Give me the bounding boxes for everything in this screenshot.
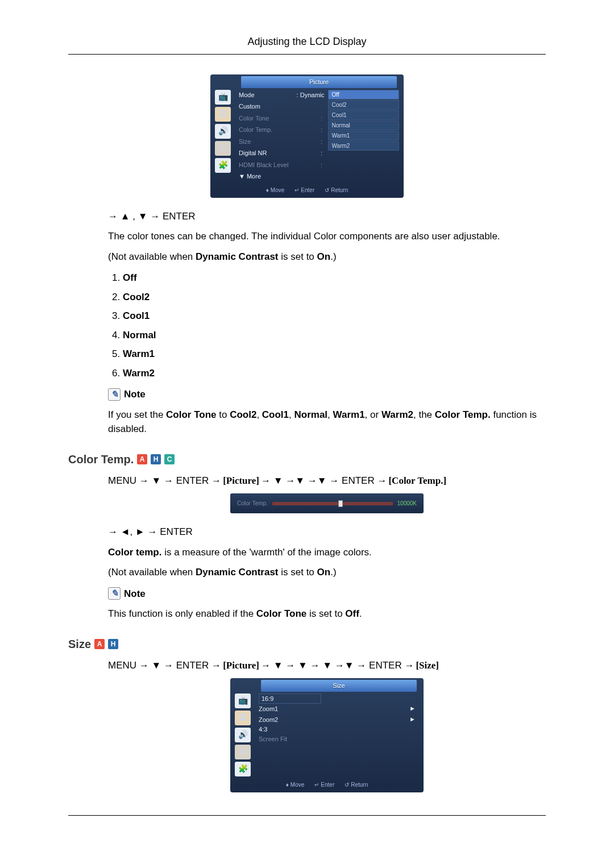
body-text: (Not available when Dynamic Contrast is … [108,565,546,580]
osd-menu-item: Color Temp. [239,125,319,135]
list-item: Cool1 [123,309,546,323]
badge-a-icon: A [94,639,105,649]
osd-sidebar: 📺 🖼 🔊 ⚙ 🧩 [235,693,252,776]
osd-menu-item: Custom [239,102,325,111]
osd-footer-return: Return [345,780,368,789]
list-item: Cool2 [123,290,546,305]
note-label: Note [124,387,146,402]
slider-label: Color Temp. [237,499,268,508]
osd-footer-enter: Enter [314,780,334,789]
chevron-right-icon: ► [409,704,416,715]
osd-side-icon-picture: 🖼 [235,711,251,725]
badge-h-icon: H [151,454,161,464]
osd-menu-item: Mode [239,90,294,100]
osd-side-icon-sound: 🔊 [215,124,231,139]
osd-size-item: 16:9 [259,693,321,704]
osd-menu-item: HDMI Black Level [239,160,319,170]
menu-path: MENU → ▼ → ENTER → [Picture] → ▼ → ▼ → ▼… [108,658,546,673]
osd-size-item: Screen Fit [259,735,287,743]
osd-footer-move: ♦ Move [286,780,305,789]
osd-side-icon-multi: 🧩 [215,158,231,173]
osd-footer: ♦ Move Enter Return [210,184,404,196]
osd-side-icon-multi: 🧩 [235,762,251,776]
osd-side-icon-setup: ⚙ [235,745,251,759]
osd-value-item: Normal [328,121,399,130]
color-tone-options-list: Off Cool2 Cool1 Normal Warm1 Warm2 [123,271,546,380]
menu-path: MENU → ▼ → ENTER → [Picture] → ▼ →▼ →▼ →… [108,474,546,488]
body-text: Color temp. is a measure of the 'warmth'… [108,545,546,560]
body-text: The color tones can be changed. The indi… [108,229,546,244]
note-icon: ✎ [108,587,121,600]
note-label: Note [124,587,146,601]
osd-size-item: Zoom2 [259,715,278,725]
osd-value-item: Off [328,90,399,99]
section-title-color-temp: Color Temp. A H C [68,451,546,468]
badge-h-icon: H [108,639,118,649]
osd-footer-move: ♦ Move [266,186,285,194]
osd-picture-screenshot: Picture 📺 🖼 🔊 ⚙ 🧩 Mode:Dynamic Custom Co… [68,74,546,198]
osd-size-item: Zoom1 [259,704,278,715]
note-text: If you set the Color Tone to Cool2, Cool… [108,408,546,437]
osd-sidebar: 📺 🖼 🔊 ⚙ 🧩 [215,90,232,182]
osd-value-item: Warm2 [328,141,399,151]
list-item: Off [123,271,546,285]
osd-footer-enter: Enter [294,186,314,194]
badge-a-icon: A [137,454,147,464]
list-item: Warm2 [123,366,546,381]
osd-tab-title: Size [261,680,417,692]
badge-c-icon: C [164,454,175,464]
list-item: Normal [123,328,546,343]
osd-side-icon-input: 📺 [235,693,251,708]
slider-thumb [338,500,343,507]
osd-value-popup: Off Cool2 Cool1 Normal Warm1 Warm2 [328,90,399,182]
osd-menu-item: ▼ More [239,172,325,181]
osd-menu-value: Dynamic [300,90,325,100]
note-text: This function is only enabled if the Col… [108,607,546,621]
slider-value: 10000K [397,499,417,508]
list-item: Warm1 [123,347,546,362]
osd-tab-title: Picture [241,76,397,88]
osd-side-icon-sound: 🔊 [235,728,251,742]
body-text: (Not available when Dynamic Contrast is … [108,250,546,264]
page-header: Adjusting the LCD Display [68,34,546,55]
osd-side-icon-setup: ⚙ [215,141,231,156]
osd-value-item: Cool2 [328,100,399,110]
osd-footer: ♦ Move Enter Return [230,779,424,790]
slider-track [272,502,393,505]
osd-menu-list: Mode:Dynamic Custom Color Tone: Color Te… [239,90,325,182]
osd-size-item: 4:3 [259,725,267,733]
page-footer-rule [68,815,546,816]
osd-value-item: Warm1 [328,131,399,140]
osd-value-item: Cool1 [328,110,399,120]
osd-side-icon-picture: 🖼 [215,107,231,122]
chevron-right-icon: ► [409,715,416,725]
osd-menu-item: Size [239,137,319,147]
nav-sequence-2: → ◄, ► → ENTER [108,525,546,539]
note-icon: ✎ [108,388,121,401]
osd-footer-return: Return [325,186,348,194]
osd-size-screenshot: Size 📺 🖼 🔊 ⚙ 🧩 16:9 Zoom1► Zoom2► 4:3 [108,678,546,792]
osd-color-temp-slider: Color Temp. 10000K [108,493,546,513]
osd-menu-item: Digital NR [239,148,319,158]
osd-side-icon-input: 📺 [215,90,231,105]
osd-menu-item: Color Tone [239,114,319,123]
section-title-size: Size A H [68,636,546,653]
nav-sequence-1: → ▲ , ▼ → ENTER [108,209,546,224]
osd-size-list: 16:9 Zoom1► Zoom2► 4:3 Screen Fit [252,693,419,776]
